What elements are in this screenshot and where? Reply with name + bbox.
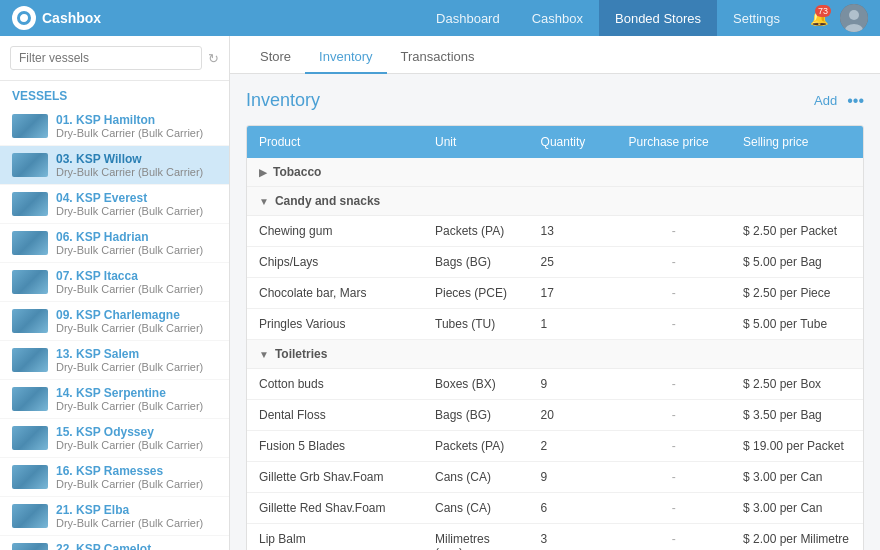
vessel-name: 04. KSP Everest (56, 191, 217, 205)
unit-cell: Milimetres (mm) (423, 524, 529, 550)
vessel-item[interactable]: 16. KSP Ramesses Dry-Bulk Carrier (Bulk … (0, 458, 229, 497)
table-row: Pringles Various Tubes (TU) 1 - $ 5.00 p… (247, 309, 863, 340)
quantity-cell: 9 (529, 369, 617, 399)
main-layout: ↻ Vessels 01. KSP Hamilton Dry-Bulk Carr… (0, 36, 880, 550)
selling-cell: $ 19.00 per Packet (731, 431, 863, 461)
sidebar: ↻ Vessels 01. KSP Hamilton Dry-Bulk Carr… (0, 36, 230, 550)
product-cell: Gillette Red Shav.Foam (247, 493, 423, 523)
table-row: Gillette Grb Shav.Foam Cans (CA) 9 - $ 3… (247, 462, 863, 493)
category-name: Candy and snacks (275, 194, 380, 208)
nav-item-settings[interactable]: Settings (717, 0, 796, 36)
purchase-cell: - (617, 524, 731, 550)
product-cell: Cotton buds (247, 369, 423, 399)
vessel-item[interactable]: 22. KSP Camelot KSP Caladria (0, 536, 229, 550)
product-cell: Lip Balm (247, 524, 423, 550)
quantity-cell: 9 (529, 462, 617, 492)
vessel-info: 01. KSP Hamilton Dry-Bulk Carrier (Bulk … (56, 113, 217, 139)
vessel-name: 13. KSP Salem (56, 347, 217, 361)
selling-cell: $ 3.50 per Bag (731, 400, 863, 430)
vessel-item[interactable]: 15. KSP Odyssey Dry-Bulk Carrier (Bulk C… (0, 419, 229, 458)
product-cell: Fusion 5 Blades (247, 431, 423, 461)
vessel-name: 16. KSP Ramesses (56, 464, 217, 478)
header: Cashbox DashboardCashboxBonded StoresSet… (0, 0, 880, 36)
selling-cell: $ 2.00 per Milimetre (731, 524, 863, 550)
vessel-item[interactable]: 03. KSP Willow Dry-Bulk Carrier (Bulk Ca… (0, 146, 229, 185)
product-cell: Pringles Various (247, 309, 423, 339)
vessel-info: 03. KSP Willow Dry-Bulk Carrier (Bulk Ca… (56, 152, 217, 178)
quantity-cell: 6 (529, 493, 617, 523)
unit-cell: Cans (CA) (423, 462, 529, 492)
purchase-cell: - (617, 216, 731, 246)
logo: Cashbox (12, 6, 101, 30)
category-row[interactable]: ▶Tobacco (247, 158, 863, 187)
product-cell: Gillette Grb Shav.Foam (247, 462, 423, 492)
selling-cell: $ 3.00 per Can (731, 493, 863, 523)
selling-cell: $ 2.50 per Box (731, 369, 863, 399)
vessel-item[interactable]: 21. KSP Elba Dry-Bulk Carrier (Bulk Carr… (0, 497, 229, 536)
logo-text: Cashbox (42, 10, 101, 26)
category-toggle: ▶ (259, 167, 267, 178)
vessel-thumbnail (12, 114, 48, 138)
vessel-thumbnail (12, 465, 48, 489)
selling-cell: $ 5.00 per Tube (731, 309, 863, 339)
selling-cell: $ 5.00 per Bag (731, 247, 863, 277)
unit-cell: Bags (BG) (423, 400, 529, 430)
purchase-cell: - (617, 462, 731, 492)
vessel-item[interactable]: 01. KSP Hamilton Dry-Bulk Carrier (Bulk … (0, 107, 229, 146)
vessel-item[interactable]: 06. KSP Hadrian Dry-Bulk Carrier (Bulk C… (0, 224, 229, 263)
category-row[interactable]: ▼Candy and snacks (247, 187, 863, 216)
search-input[interactable] (10, 46, 202, 70)
product-cell: Chips/Lays (247, 247, 423, 277)
table-header: ProductUnitQuantityPurchase priceSelling… (247, 126, 863, 158)
user-avatar[interactable] (840, 4, 868, 32)
content-tabs: StoreInventoryTransactions (230, 36, 880, 74)
table-row: Chips/Lays Bags (BG) 25 - $ 5.00 per Bag (247, 247, 863, 278)
nav-item-dashboard[interactable]: Dashboard (420, 0, 516, 36)
unit-cell: Packets (PA) (423, 216, 529, 246)
refresh-icon[interactable]: ↻ (208, 51, 219, 66)
vessel-info: 15. KSP Odyssey Dry-Bulk Carrier (Bulk C… (56, 425, 217, 451)
vessel-item[interactable]: 04. KSP Everest Dry-Bulk Carrier (Bulk C… (0, 185, 229, 224)
purchase-cell: - (617, 369, 731, 399)
category-row[interactable]: ▼Toiletries (247, 340, 863, 369)
quantity-cell: 1 (529, 309, 617, 339)
main-nav: DashboardCashboxBonded StoresSettings (420, 0, 796, 36)
table-row: Chewing gum Packets (PA) 13 - $ 2.50 per… (247, 216, 863, 247)
vessel-info: 13. KSP Salem Dry-Bulk Carrier (Bulk Car… (56, 347, 217, 373)
vessel-thumbnail (12, 348, 48, 372)
vessel-type: Dry-Bulk Carrier (Bulk Carrier) (56, 361, 217, 373)
vessel-info: 04. KSP Everest Dry-Bulk Carrier (Bulk C… (56, 191, 217, 217)
column-header-unit: Unit (423, 126, 529, 158)
selling-cell: $ 2.50 per Piece (731, 278, 863, 308)
inventory-table: ProductUnitQuantityPurchase priceSelling… (246, 125, 864, 550)
tab-store[interactable]: Store (246, 41, 305, 74)
tab-inventory[interactable]: Inventory (305, 41, 386, 74)
vessel-type: Dry-Bulk Carrier (Bulk Carrier) (56, 322, 217, 334)
vessel-type: Dry-Bulk Carrier (Bulk Carrier) (56, 166, 217, 178)
add-button[interactable]: Add (814, 93, 837, 108)
vessel-thumbnail (12, 192, 48, 216)
notifications-button[interactable]: 🔔 73 (804, 3, 834, 33)
vessel-thumbnail (12, 543, 48, 550)
quantity-cell: 13 (529, 216, 617, 246)
quantity-cell: 25 (529, 247, 617, 277)
vessel-name: 01. KSP Hamilton (56, 113, 217, 127)
vessel-item[interactable]: 07. KSP Itacca Dry-Bulk Carrier (Bulk Ca… (0, 263, 229, 302)
quantity-cell: 2 (529, 431, 617, 461)
notification-badge: 73 (815, 5, 831, 17)
nav-item-bonded-stores[interactable]: Bonded Stores (599, 0, 717, 36)
vessel-name: 21. KSP Elba (56, 503, 217, 517)
vessels-list: 01. KSP Hamilton Dry-Bulk Carrier (Bulk … (0, 107, 229, 550)
unit-cell: Tubes (TU) (423, 309, 529, 339)
table-row: Lip Balm Milimetres (mm) 3 - $ 2.00 per … (247, 524, 863, 550)
purchase-cell: - (617, 309, 731, 339)
nav-item-cashbox[interactable]: Cashbox (516, 0, 599, 36)
vessel-item[interactable]: 14. KSP Serpentine Dry-Bulk Carrier (Bul… (0, 380, 229, 419)
column-header-purchase-price: Purchase price (617, 126, 731, 158)
tab-transactions[interactable]: Transactions (387, 41, 489, 74)
vessel-item[interactable]: 09. KSP Charlemagne Dry-Bulk Carrier (Bu… (0, 302, 229, 341)
more-options-button[interactable]: ••• (847, 92, 864, 110)
quantity-cell: 20 (529, 400, 617, 430)
vessel-item[interactable]: 13. KSP Salem Dry-Bulk Carrier (Bulk Car… (0, 341, 229, 380)
quantity-cell: 3 (529, 524, 617, 550)
